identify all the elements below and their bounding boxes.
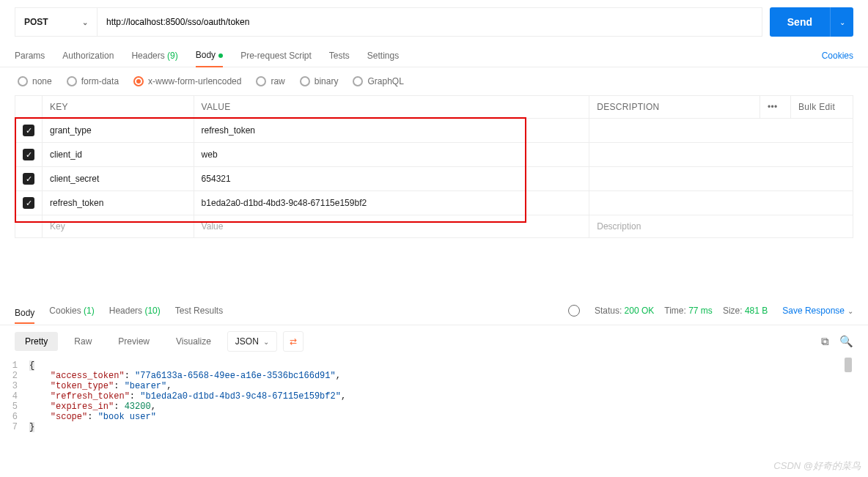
table-row-new[interactable]: Key Value Description <box>15 215 853 238</box>
key-input-placeholder[interactable]: Key <box>43 215 194 238</box>
tab-body[interactable]: Body <box>196 44 223 67</box>
param-description-cell[interactable] <box>589 119 853 143</box>
body-params-table: KEY VALUE DESCRIPTION ••• Bulk Edit ✓gra… <box>15 95 853 238</box>
visualize-button[interactable]: Visualize <box>166 332 221 351</box>
tab-authorization[interactable]: Authorization <box>62 45 114 67</box>
bodytype-formdata[interactable]: form-data <box>67 76 119 86</box>
checkbox-column-header <box>15 96 43 119</box>
response-status: Status: 200 OK Time: 77 ms Size: 481 B <box>595 306 768 316</box>
request-tabs: Params Authorization Headers (9) Body Pr… <box>0 44 868 67</box>
param-value-cell[interactable]: 654321 <box>194 167 589 191</box>
bodytype-raw[interactable]: raw <box>256 76 284 86</box>
send-button[interactable]: Send <box>770 7 830 37</box>
chevron-down-icon: ⌄ <box>847 307 853 315</box>
wrap-lines-button[interactable]: ⇄ <box>283 331 304 352</box>
checkbox-checked-icon[interactable]: ✓ <box>23 125 34 136</box>
param-description-cell[interactable] <box>589 191 853 215</box>
param-value-cell[interactable]: web <box>194 143 589 167</box>
body-type-row: none form-data x-www-form-urlencoded raw… <box>0 67 868 95</box>
line-number: 5 <box>0 402 29 412</box>
format-select[interactable]: JSON ⌄ <box>227 331 277 352</box>
description-input-placeholder[interactable]: Description <box>589 215 853 238</box>
radio-icon <box>353 76 363 86</box>
value-input-placeholder[interactable]: Value <box>194 215 589 238</box>
send-dropdown-button[interactable]: ⌄ <box>830 7 853 37</box>
tab-prerequest[interactable]: Pre-request Script <box>240 45 312 67</box>
response-tabs: Body Cookies (1) Headers (10) Test Resul… <box>0 297 868 325</box>
rtab-body[interactable]: Body <box>15 303 34 324</box>
response-json-body: 1{ 2 "access_token": "77a6133a-6568-49ee… <box>0 358 868 435</box>
rtab-test-results[interactable]: Test Results <box>175 301 223 320</box>
bodytype-graphql[interactable]: GraphQL <box>353 76 403 86</box>
wrap-icon: ⇄ <box>290 336 297 347</box>
send-button-group: Send ⌄ <box>770 7 853 37</box>
raw-button[interactable]: Raw <box>64 332 102 351</box>
checkbox-checked-icon[interactable]: ✓ <box>23 173 34 185</box>
response-view-bar: Pretty Raw Preview Visualize JSON ⌄ ⇄ ⧉ … <box>0 325 868 358</box>
http-method-label: POST <box>24 17 48 27</box>
chevron-down-icon: ⌄ <box>82 18 88 26</box>
rtab-headers[interactable]: Headers (10) <box>109 301 161 320</box>
tab-headers[interactable]: Headers (9) <box>131 45 177 67</box>
url-input[interactable] <box>97 7 762 37</box>
param-description-cell[interactable] <box>589 143 853 167</box>
table-row: ✓grant_typerefresh_token <box>15 119 853 143</box>
body-modified-dot-icon <box>218 53 223 58</box>
param-value-cell[interactable]: b1eda2a0-d1bd-4bd3-9c48-67115e159bf2 <box>194 191 589 215</box>
line-number: 6 <box>0 412 29 422</box>
radio-icon <box>256 76 266 86</box>
table-row: ✓client_secret654321 <box>15 167 853 191</box>
param-value-cell[interactable]: refresh_token <box>194 119 589 143</box>
preview-button[interactable]: Preview <box>108 332 160 351</box>
description-column-header: DESCRIPTION <box>589 96 760 119</box>
radio-checked-icon <box>133 76 144 86</box>
tab-settings[interactable]: Settings <box>367 45 399 67</box>
more-options-button[interactable]: ••• <box>760 96 791 119</box>
param-key-cell[interactable]: client_secret <box>43 167 194 191</box>
bulk-edit-button[interactable]: Bulk Edit <box>791 96 853 119</box>
http-method-select[interactable]: POST ⌄ <box>15 7 97 37</box>
param-key-cell[interactable]: client_id <box>43 143 194 167</box>
cookies-link[interactable]: Cookies <box>822 51 853 61</box>
radio-icon <box>18 76 28 86</box>
save-response-button[interactable]: Save Response ⌄ <box>782 306 853 316</box>
line-number: 3 <box>0 381 29 391</box>
line-number: 2 <box>0 371 29 381</box>
bodytype-xwww[interactable]: x-www-form-urlencoded <box>133 76 241 86</box>
tab-tests[interactable]: Tests <box>329 45 350 67</box>
request-url-bar: POST ⌄ Send ⌄ <box>0 0 868 44</box>
rtab-cookies[interactable]: Cookies (1) <box>49 301 94 320</box>
copy-icon[interactable]: ⧉ <box>821 335 829 348</box>
radio-icon <box>300 76 310 86</box>
tab-params[interactable]: Params <box>15 45 45 67</box>
checkbox-checked-icon[interactable]: ✓ <box>23 197 34 209</box>
param-description-cell[interactable] <box>589 167 853 191</box>
table-row: ✓client_idweb <box>15 143 853 167</box>
pretty-button[interactable]: Pretty <box>15 332 58 351</box>
chevron-down-icon: ⌄ <box>263 338 269 346</box>
param-key-cell[interactable]: grant_type <box>43 119 194 143</box>
line-number: 4 <box>0 391 29 402</box>
network-icon[interactable] <box>568 305 580 317</box>
bodytype-binary[interactable]: binary <box>300 76 339 86</box>
line-number: 7 <box>0 422 29 432</box>
minimap-scrollbar[interactable] <box>845 358 852 372</box>
value-column-header: VALUE <box>194 96 589 119</box>
key-column-header: KEY <box>43 96 194 119</box>
chevron-down-icon: ⌄ <box>839 18 845 26</box>
radio-icon <box>67 76 77 86</box>
param-key-cell[interactable]: refresh_token <box>43 191 194 215</box>
bodytype-none[interactable]: none <box>18 76 52 86</box>
checkbox-checked-icon[interactable]: ✓ <box>23 149 34 160</box>
line-number: 1 <box>0 360 29 371</box>
table-row: ✓refresh_tokenb1eda2a0-d1bd-4bd3-9c48-67… <box>15 191 853 215</box>
search-icon[interactable]: 🔍 <box>839 335 853 348</box>
